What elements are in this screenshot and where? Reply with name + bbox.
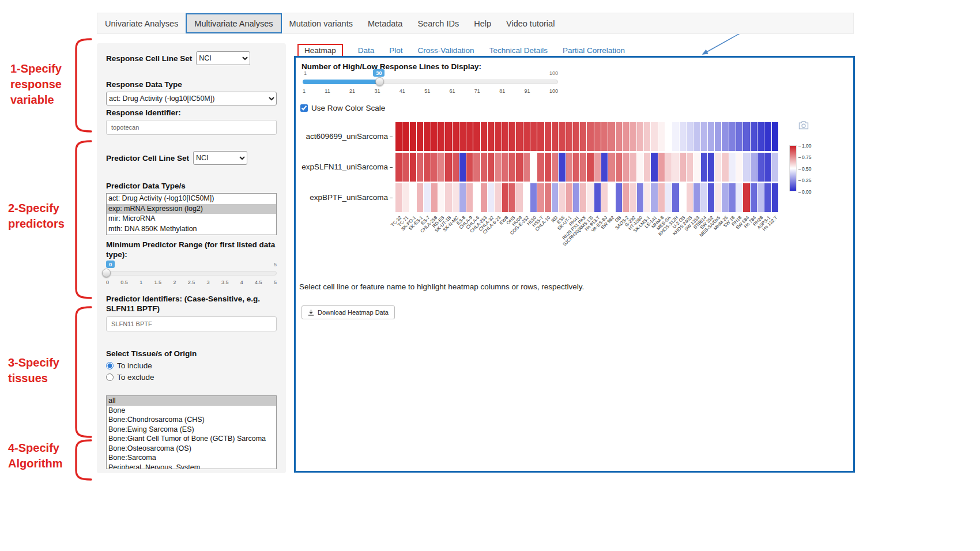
heatmap-cell[interactable] <box>481 122 487 151</box>
heatmap-cell[interactable] <box>658 153 665 182</box>
heatmap-cell[interactable] <box>516 122 522 151</box>
heatmap-cell[interactable] <box>516 153 522 182</box>
heatmap-cell[interactable] <box>644 183 650 212</box>
heatmap-cell[interactable] <box>722 153 728 182</box>
heatmap-cell[interactable] <box>509 153 515 182</box>
heatmap-cell[interactable] <box>772 153 778 182</box>
heatmap-cell[interactable] <box>743 183 749 212</box>
predictor-datatype-listbox-option[interactable]: exp: mRNA Expression (log2) <box>107 204 276 214</box>
heatmap-cell[interactable] <box>743 122 749 151</box>
heatmap-cell[interactable] <box>651 183 657 212</box>
heatmap-cell[interactable] <box>729 122 736 151</box>
heatmap-cell[interactable] <box>573 153 579 182</box>
heatmap-cell[interactable] <box>424 122 430 151</box>
heatmap-cell[interactable] <box>701 122 707 151</box>
heatmap-cell[interactable] <box>509 122 515 151</box>
heatmap-cell[interactable] <box>453 183 459 212</box>
heatmap-cell[interactable] <box>623 153 629 182</box>
heatmap-cell[interactable] <box>587 183 593 212</box>
heatmap-cell[interactable] <box>530 122 537 151</box>
tab-data[interactable]: Data <box>358 46 375 55</box>
heatmap-cell[interactable] <box>722 122 728 151</box>
download-heatmap-button[interactable]: Download Heatmap Data <box>301 305 395 319</box>
heatmap-cell[interactable] <box>680 122 686 151</box>
heatmap-cell[interactable] <box>473 153 480 182</box>
nav-item-univariate-analyses[interactable]: Univariate Analyses <box>97 13 186 33</box>
heatmap-cell[interactable] <box>665 122 672 151</box>
heatmap-cell[interactable] <box>608 122 615 151</box>
min-range-slider-track[interactable] <box>106 271 277 276</box>
nav-item-multivariate-analyses[interactable]: Multivariate Analyses <box>186 13 281 33</box>
heatmap-cell[interactable] <box>751 122 757 151</box>
heatmap-cell[interactable] <box>630 153 636 182</box>
heatmap-cell[interactable] <box>523 183 530 212</box>
heatmap-cell[interactable] <box>431 153 438 182</box>
heatmap-cell[interactable] <box>637 183 643 212</box>
heatmap-cell[interactable] <box>445 122 451 151</box>
tissue-listbox-option[interactable]: Bone:Ewing Sarcoma (ES) <box>107 425 276 435</box>
heatmap-cell[interactable] <box>481 183 487 212</box>
heatmap-cell[interactable] <box>523 153 530 182</box>
heatmap-cell[interactable] <box>438 153 444 182</box>
heatmap-cell[interactable] <box>687 122 693 151</box>
heatmap-cell[interactable] <box>530 153 537 182</box>
heatmap-cell[interactable] <box>594 122 601 151</box>
heatmap-cell[interactable] <box>502 153 508 182</box>
heatmap-cell[interactable] <box>658 122 665 151</box>
heatmap-cell[interactable] <box>417 153 423 182</box>
heatmap-cell[interactable] <box>757 122 764 151</box>
heatmap-cell[interactable] <box>644 153 650 182</box>
heatmap-cell[interactable] <box>665 153 672 182</box>
heatmap-cell[interactable] <box>672 153 679 182</box>
heatmap-cell[interactable] <box>594 153 601 182</box>
tissue-include-radio[interactable] <box>106 362 114 369</box>
predictor-cell-line-set-select[interactable]: NCI <box>193 151 247 165</box>
heatmap-cell[interactable] <box>757 153 764 182</box>
heatmap-cell[interactable] <box>637 122 643 151</box>
heatmap-cell[interactable] <box>523 122 530 151</box>
heatmap-cell[interactable] <box>715 122 721 151</box>
heatmap-cell[interactable] <box>658 183 665 212</box>
heatmap-cell[interactable] <box>545 183 551 212</box>
heatmap-cell[interactable] <box>587 122 593 151</box>
heatmap-cell[interactable] <box>488 153 494 182</box>
heatmap-cell[interactable] <box>395 122 402 151</box>
heatmap-cell[interactable] <box>566 122 572 151</box>
heatmap-cell[interactable] <box>751 183 757 212</box>
heatmap-cell[interactable] <box>410 122 416 151</box>
predictor-identifiers-input[interactable] <box>106 316 277 331</box>
heatmap-cell[interactable] <box>680 183 686 212</box>
heatmap-cell[interactable] <box>473 183 480 212</box>
tissue-include-option[interactable]: To include <box>106 361 277 370</box>
heatmap-cell[interactable] <box>395 153 402 182</box>
heatmap-cell[interactable] <box>453 153 459 182</box>
heatmap-cell[interactable] <box>616 183 622 212</box>
predictor-datatype-listbox-option[interactable]: mth: DNA 850K Methylation <box>107 224 276 235</box>
heatmap-cell[interactable] <box>488 122 494 151</box>
tissue-listbox-option[interactable]: Bone:Sarcoma <box>107 453 276 463</box>
tissue-listbox-option[interactable]: all <box>107 396 276 406</box>
heatmap-cell[interactable] <box>559 122 565 151</box>
heatmap-cell[interactable] <box>722 183 728 212</box>
tissue-listbox-option[interactable]: Peripheral_Nervous_System <box>107 463 276 470</box>
heatmap-cell[interactable] <box>651 153 657 182</box>
heatmap-cell[interactable] <box>601 122 608 151</box>
heatmap-cell[interactable] <box>708 183 714 212</box>
tissue-listbox-option[interactable]: Bone:Giant Cell Tumor of Bone (GCTB) Sar… <box>107 434 276 444</box>
tab-partial-correlation[interactable]: Partial Correlation <box>563 46 625 55</box>
heatmap-cell[interactable] <box>530 183 537 212</box>
response-data-type-select[interactable]: act: Drug Activity (-log10[IC50M]) <box>106 92 277 105</box>
tab-technical-details[interactable]: Technical Details <box>489 46 548 55</box>
heatmap-cell[interactable] <box>616 153 622 182</box>
heatmap-cell[interactable] <box>680 153 686 182</box>
heatmap-cell[interactable] <box>459 122 466 151</box>
heatmap-cell[interactable] <box>772 183 778 212</box>
camera-icon[interactable] <box>798 121 809 132</box>
nav-item-mutation-variants[interactable]: Mutation variants <box>282 13 360 33</box>
heatmap-cell[interactable] <box>559 153 565 182</box>
predictor-datatype-listbox-option[interactable]: act: Drug Activity (-log10[IC50M]) <box>107 194 276 204</box>
heatmap-cell[interactable] <box>736 122 742 151</box>
heatmap-cell[interactable] <box>516 183 522 212</box>
heatmap-cell[interactable] <box>410 183 416 212</box>
heatmap-cell[interactable] <box>580 122 586 151</box>
